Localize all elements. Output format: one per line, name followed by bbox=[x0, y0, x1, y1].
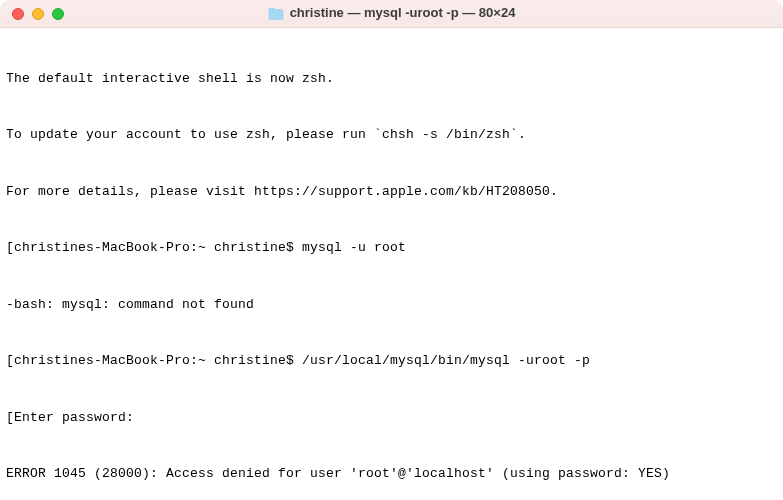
maximize-window-button[interactable] bbox=[52, 8, 64, 20]
title-center: christine — mysql -uroot -p — 80×24 bbox=[0, 4, 783, 23]
traffic-lights bbox=[12, 8, 64, 20]
folder-icon bbox=[268, 7, 284, 20]
terminal-line: -bash: mysql: command not found bbox=[6, 296, 777, 315]
terminal-line: The default interactive shell is now zsh… bbox=[6, 70, 777, 89]
window-title: christine — mysql -uroot -p — 80×24 bbox=[290, 4, 516, 23]
terminal-content[interactable]: The default interactive shell is now zsh… bbox=[0, 28, 783, 500]
window-title-bar: christine — mysql -uroot -p — 80×24 bbox=[0, 0, 783, 28]
terminal-line: [Enter password: bbox=[6, 409, 777, 428]
terminal-line: [christines-MacBook-Pro:~ christine$ mys… bbox=[6, 239, 777, 258]
terminal-line: To update your account to use zsh, pleas… bbox=[6, 126, 777, 145]
terminal-line: ERROR 1045 (28000): Access denied for us… bbox=[6, 465, 777, 484]
minimize-window-button[interactable] bbox=[32, 8, 44, 20]
close-window-button[interactable] bbox=[12, 8, 24, 20]
terminal-line: For more details, please visit https://s… bbox=[6, 183, 777, 202]
terminal-line: [christines-MacBook-Pro:~ christine$ /us… bbox=[6, 352, 777, 371]
